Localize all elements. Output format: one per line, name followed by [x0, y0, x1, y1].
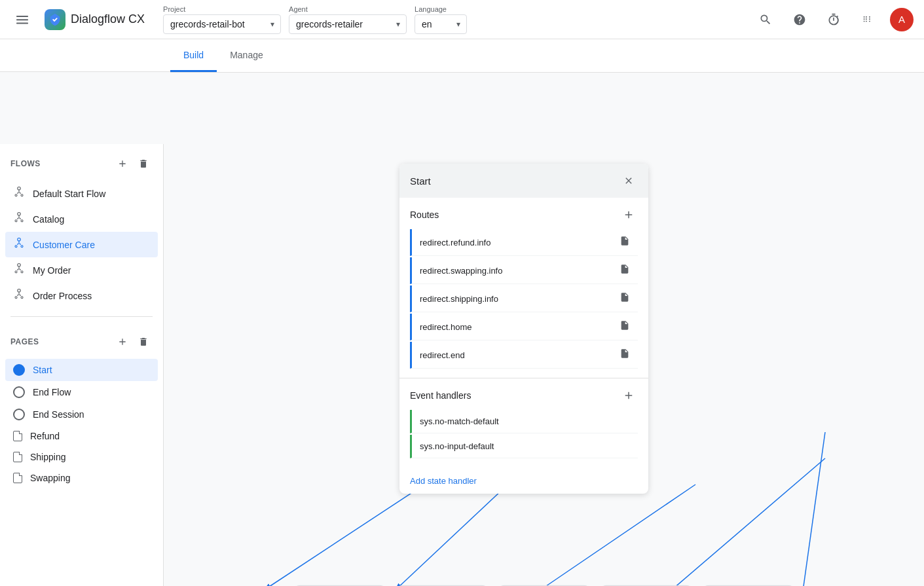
- svg-point-10: [15, 220, 17, 222]
- route-doc-icon: [619, 264, 630, 277]
- sidebar-item-default-start-flow[interactable]: Default Start Flow: [5, 181, 158, 206]
- agent-label: Agent: [289, 5, 407, 13]
- svg-point-8: [21, 194, 23, 196]
- route-doc-icon: [619, 292, 630, 305]
- sidebar-item-label: My Order: [33, 265, 71, 276]
- timer-icon-btn[interactable]: [822, 8, 845, 31]
- pages-section-header: PAGES: [10, 333, 153, 351]
- agent-dropdown-wrapper: Agent grecords-retailer: [289, 5, 407, 34]
- add-flow-btn[interactable]: [113, 155, 132, 173]
- routes-section-header: Routes: [410, 206, 638, 224]
- add-page-btn[interactable]: [113, 333, 132, 351]
- pages-section-actions: [113, 333, 153, 351]
- user-avatar[interactable]: A: [890, 8, 914, 31]
- page-item-end-flow[interactable]: End Flow: [5, 381, 158, 403]
- sidebar-item-label: Catalog: [33, 214, 64, 225]
- events-section-header: Event handlers: [410, 386, 638, 405]
- sidebar-item-my-order[interactable]: My Order: [5, 257, 158, 283]
- page-item-label: End Session: [33, 409, 84, 420]
- routes-section-title: Routes: [410, 210, 439, 220]
- end-flow-page-icon: [13, 386, 25, 398]
- svg-line-23: [532, 485, 695, 586]
- svg-point-17: [21, 271, 23, 273]
- page-item-end-session[interactable]: End Session: [5, 403, 158, 426]
- dialog-close-btn[interactable]: [619, 172, 638, 190]
- svg-point-14: [21, 246, 23, 247]
- svg-point-9: [18, 213, 21, 216]
- project-select[interactable]: grecords-retail-bot: [163, 14, 281, 34]
- flow-icon-customer-care: [13, 237, 25, 252]
- add-event-btn[interactable]: [619, 386, 638, 405]
- event-item-no-input[interactable]: sys.no-input-default: [410, 435, 638, 458]
- app-logo: Dialogflow CX: [45, 9, 145, 30]
- add-state-handler-link[interactable]: Add state handler: [410, 476, 477, 486]
- menu-icon[interactable]: [10, 8, 34, 31]
- sidebar-item-catalog[interactable]: Catalog: [5, 206, 158, 232]
- svg-point-7: [15, 194, 17, 196]
- flow-icon-my-order: [13, 263, 25, 278]
- route-doc-icon: [619, 348, 630, 361]
- flow-icon-order-process: [13, 288, 25, 303]
- dialog-header[interactable]: Start: [399, 164, 648, 198]
- add-route-btn[interactable]: [619, 206, 638, 224]
- sidebar-item-customer-care[interactable]: Customer Care: [5, 232, 158, 257]
- sidebar-item-label: Order Process: [33, 291, 92, 301]
- add-state-handler-section: Add state handler: [399, 467, 648, 494]
- pages-items: Start End Flow End Session Refund: [0, 356, 163, 491]
- project-dropdown-wrapper: Project grecords-retail-bot: [163, 5, 281, 34]
- help-icon-btn[interactable]: [788, 8, 811, 31]
- start-page-icon: [13, 364, 25, 376]
- page-item-label: Swapping: [30, 473, 71, 483]
- page-item-label: Shipping: [30, 452, 66, 462]
- tab-build[interactable]: Build: [170, 39, 217, 72]
- sidebar-item-label: Customer Care: [33, 240, 95, 250]
- route-item-home[interactable]: redirect.home: [410, 314, 638, 340]
- pages-section: PAGES: [0, 322, 163, 356]
- dialog-panel: Start Routes redirect.refund.info: [399, 164, 648, 494]
- flow-icon-default: [13, 186, 25, 201]
- page-item-refund[interactable]: Refund: [5, 426, 158, 447]
- page-item-label: Start: [33, 365, 52, 375]
- flows-section: FLOWS: [0, 144, 163, 178]
- route-item-shipping[interactable]: redirect.shipping.info: [410, 285, 638, 312]
- page-item-label: End Flow: [33, 387, 71, 397]
- svg-point-19: [15, 297, 17, 299]
- svg-point-15: [18, 264, 21, 267]
- page-item-start[interactable]: Start: [5, 359, 158, 381]
- tab-manage[interactable]: Manage: [217, 39, 276, 72]
- refund-page-icon: [13, 431, 22, 441]
- svg-point-12: [18, 238, 21, 242]
- event-item-text: sys.no-match-default: [420, 416, 630, 426]
- dialog-title: Start: [410, 175, 431, 187]
- flows-items: Default Start Flow Catalog Customer Care…: [0, 178, 163, 311]
- sidebar-divider: [10, 316, 153, 317]
- events-section: Event handlers sys.no-match-default sys.…: [399, 378, 648, 467]
- page-item-shipping[interactable]: Shipping: [5, 447, 158, 467]
- language-label: Language: [415, 5, 467, 13]
- svg-line-24: [665, 458, 825, 586]
- svg-point-6: [18, 187, 21, 191]
- route-item-text: redirect.home: [420, 322, 614, 332]
- route-item-text: redirect.end: [420, 350, 614, 360]
- svg-rect-0: [16, 16, 28, 17]
- language-dropdown-container: en: [415, 14, 467, 34]
- svg-point-11: [21, 220, 23, 222]
- language-dropdown-wrapper: Language en: [415, 5, 467, 34]
- flow-icon-catalog: [13, 211, 25, 227]
- sidebar-item-order-process[interactable]: Order Process: [5, 283, 158, 308]
- route-item-refund[interactable]: redirect.refund.info: [410, 229, 638, 256]
- swapping-page-icon: [13, 473, 22, 483]
- route-item-text: redirect.refund.info: [420, 238, 614, 247]
- page-item-swapping[interactable]: Swapping: [5, 467, 158, 488]
- event-item-no-match[interactable]: sys.no-match-default: [410, 410, 638, 433]
- agent-select[interactable]: grecords-retailer: [289, 14, 407, 34]
- project-dropdown-container: grecords-retail-bot: [163, 14, 281, 34]
- svg-rect-1: [16, 19, 28, 20]
- delete-flow-btn[interactable]: [134, 155, 153, 173]
- route-item-end[interactable]: redirect.end: [410, 342, 638, 369]
- search-icon-btn[interactable]: [754, 8, 777, 31]
- language-select[interactable]: en: [415, 14, 467, 34]
- route-item-swapping[interactable]: redirect.swapping.info: [410, 257, 638, 284]
- apps-icon-btn[interactable]: [856, 8, 879, 31]
- delete-page-btn[interactable]: [134, 333, 153, 351]
